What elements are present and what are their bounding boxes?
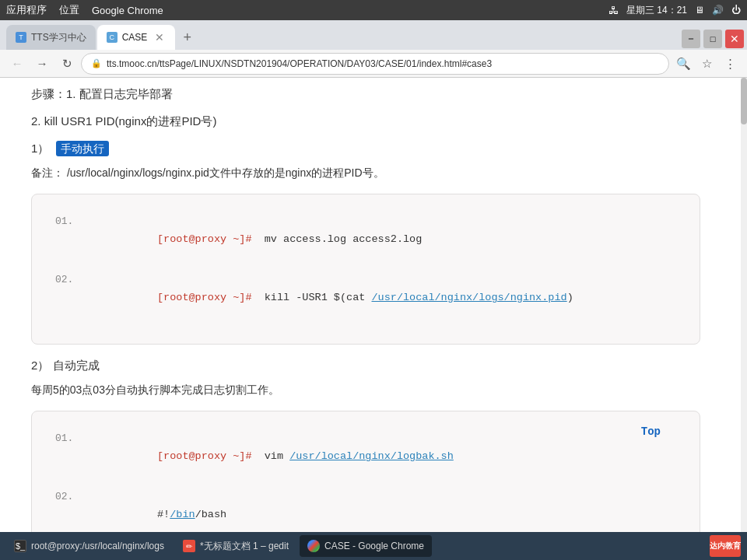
system-bar-right: 🖧 星期三 14：21 🖥 🔊 ⏻: [608, 4, 741, 17]
taskbar-chrome[interactable]: CASE - Google Chrome: [300, 535, 432, 557]
line-num-1: 01.: [55, 213, 94, 230]
window-maximize[interactable]: □: [703, 30, 722, 48]
prompt-1-1: [root@proxy ~]#: [157, 233, 252, 245]
power-icon: ⏻: [731, 5, 741, 16]
system-bar-left: 应用程序 位置 Google Chrome: [6, 3, 163, 17]
window-minimize[interactable]: －: [682, 30, 700, 48]
volume-icon: 🔊: [712, 5, 724, 16]
tab-tts-title: TTS学习中心: [31, 31, 86, 44]
code-block-1: 01. [root@proxy ~]# mv access.log access…: [31, 194, 700, 345]
code-line-2-1: 01. [root@proxy ~]# vim /usr/local/nginx…: [55, 430, 641, 484]
gedit-label: *无标题文档 1 – gedit: [200, 540, 289, 553]
cmd-1-1: mv access.log access2.log: [252, 233, 423, 245]
taskbar-gedit[interactable]: ✏ *无标题文档 1 – gedit: [175, 535, 296, 557]
taskbar: $_ root@proxy:/usr/local/nginx/logs ✏ *无…: [0, 532, 747, 560]
apps-menu[interactable]: 应用程序: [6, 3, 47, 17]
highlight-manual: 手动执行: [56, 141, 109, 156]
line-num-2: 02.: [55, 271, 94, 289]
url-text: tts.tmooc.cn/ttsPage/LINUX/NSDTN201904/O…: [107, 58, 659, 69]
content-body: 步骤：1. 配置日志完毕部署 2. kill USR1 PID(nginx的进程…: [31, 87, 700, 532]
line-num-2-2: 02.: [55, 488, 94, 506]
code-content-1-1: [root@proxy ~]# mv access.log access2.lo…: [94, 213, 422, 267]
tab-case-title: CASE: [122, 32, 149, 43]
address-bar[interactable]: 🔒 tts.tmooc.cn/ttsPage/LINUX/NSDTN201904…: [81, 53, 669, 75]
tab-case[interactable]: C CASE ✕: [97, 25, 175, 50]
tab-tts[interactable]: T TTS学习中心: [6, 25, 96, 50]
line-num-2-1: 01.: [55, 430, 94, 447]
back-button[interactable]: ←: [6, 53, 28, 75]
code-content-2-1: [root@proxy ~]# vim /usr/local/nginx/log…: [94, 430, 454, 484]
note: 备注： /usr/local/nginx/logs/nginx.pid文件中存放…: [31, 164, 700, 181]
scrollbar-track[interactable]: [741, 78, 747, 532]
nav-bar: ← → ↻ 🔒 tts.tmooc.cn/ttsPage/LINUX/NSDTN…: [0, 50, 747, 78]
step-header: 步骤：1. 配置日志完毕部署: [31, 87, 700, 102]
page-content: 步骤：1. 配置日志完毕部署 2. kill USR1 PID(nginx的进程…: [0, 78, 747, 532]
tab-tts-favicon: T: [16, 32, 26, 43]
shebang-path: /bin: [170, 509, 195, 520]
tab-case-favicon: C: [107, 32, 117, 43]
section-kill: 2. kill USR1 PID(nginx的进程PID号): [31, 114, 700, 129]
forward-button[interactable]: →: [31, 53, 53, 75]
terminal-label: root@proxy:/usr/local/nginx/logs: [31, 541, 164, 551]
datetime: 星期三 14：21: [626, 4, 687, 17]
code-line-1-1: 01. [root@proxy ~]# mv access.log access…: [55, 213, 676, 267]
gedit-icon: ✏: [183, 540, 195, 552]
window-close[interactable]: ✕: [725, 30, 744, 48]
taskbar-terminal[interactable]: $_ root@proxy:/usr/local/nginx/logs: [6, 535, 172, 557]
cmd-2-1: vim /usr/local/nginx/logbak.sh: [252, 450, 454, 462]
subsection2: 2） 自动完成: [31, 359, 700, 373]
new-tab-button[interactable]: +: [177, 26, 198, 48]
prompt-1-2: [root@proxy ~]#: [157, 292, 252, 303]
top-link[interactable]: Top: [641, 425, 661, 438]
reload-button[interactable]: ↻: [56, 53, 78, 75]
search-button[interactable]: 🔍: [672, 53, 694, 75]
taskbar-logo: 达内教育: [710, 535, 741, 557]
position-menu[interactable]: 位置: [59, 3, 79, 17]
browser-menu[interactable]: Google Chrome: [92, 5, 163, 16]
code-block-2: Top 01. [root@proxy ~]# vim /usr/local/n…: [31, 411, 700, 532]
chrome-label: CASE - Google Chrome: [324, 541, 424, 551]
logo-box: 达内教育: [710, 535, 741, 557]
prompt-2-1: [root@proxy ~]#: [157, 450, 252, 462]
chrome-icon: [307, 540, 320, 552]
display-icon: 🖥: [695, 5, 704, 16]
browser-frame: T TTS学习中心 C CASE ✕ + － □ ✕ ← → ↻ 🔒 tts.t…: [0, 20, 747, 78]
tabs-row: T TTS学习中心 C CASE ✕ + － □ ✕: [0, 20, 747, 50]
menu-button[interactable]: ⋮: [719, 53, 741, 75]
code-content-1-2: [root@proxy ~]# kill -USR1 $(cat /usr/lo…: [94, 271, 573, 325]
bookmark-button[interactable]: ☆: [696, 53, 717, 75]
terminal-icon: $_: [14, 540, 26, 552]
lock-icon: 🔒: [91, 58, 102, 68]
code-line-1-2: 02. [root@proxy ~]# kill -USR1 $(cat /us…: [55, 271, 676, 325]
network-icon: 🖧: [608, 5, 619, 16]
system-bar: 应用程序 位置 Google Chrome 🖧 星期三 14：21 🖥 🔊 ⏻: [0, 0, 747, 20]
tab-case-close[interactable]: ✕: [153, 31, 166, 44]
scrollbar-thumb[interactable]: [741, 78, 747, 124]
cmd-1-2: kill -USR1 $(cat /usr/local/nginx/logs/n…: [252, 292, 573, 303]
auto-desc: 每周5的03点03分自动执行脚本完成日志切割工作。: [31, 381, 700, 398]
nav-right-icons: 🔍 ☆ ⋮: [672, 53, 741, 75]
code-line-2-2: 02. #!/bin/bash: [55, 488, 676, 532]
subsection1: 1） 手动执行: [31, 142, 700, 156]
code-content-2-2: #!/bin/bash: [94, 488, 226, 532]
